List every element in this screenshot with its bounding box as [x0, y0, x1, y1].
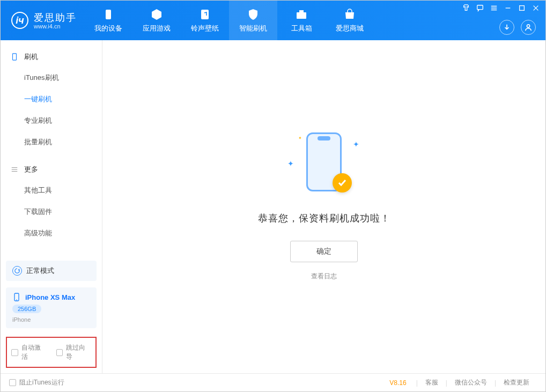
checkbox-auto-activate[interactable]: 自动激活: [11, 343, 47, 361]
menu-icon[interactable]: [490, 4, 498, 12]
main-nav: 我的设备 应用游戏 铃声壁纸 智能刷机 工具箱 爱思商城: [84, 1, 374, 40]
main-content: ✦ ✦ ✦ 恭喜您，保资料刷机成功啦！ 确定 查看日志: [102, 40, 545, 373]
sidebar-item-pro-flash[interactable]: 专业刷机: [1, 110, 102, 131]
svg-rect-0: [106, 10, 111, 19]
phone-icon: [10, 53, 19, 61]
sidebar-section-flash: 刷机: [1, 47, 102, 67]
store-icon: [343, 8, 357, 21]
refresh-icon: [12, 266, 22, 276]
nav-label: 铃声壁纸: [191, 24, 219, 33]
svg-point-9: [16, 299, 17, 300]
success-message: 恭喜您，保资料刷机成功啦！: [258, 212, 390, 225]
sparkle-icon: ✦: [353, 140, 359, 149]
app-name: 爱思助手: [34, 11, 77, 24]
cube-icon: [150, 8, 164, 21]
nav-label: 智能刷机: [239, 24, 267, 33]
minimize-button[interactable]: [504, 4, 512, 12]
svg-rect-2: [297, 12, 306, 19]
mode-label: 正常模式: [26, 266, 54, 276]
app-url: www.i4.cn: [34, 23, 77, 29]
skin-icon[interactable]: [462, 4, 470, 12]
sidebar-item-oneclick-flash[interactable]: 一键刷机: [1, 88, 102, 110]
device-type: iPhone: [12, 316, 90, 323]
sidebar-item-advanced[interactable]: 高级功能: [1, 223, 102, 244]
feedback-icon[interactable]: [476, 4, 484, 12]
window-controls: [462, 4, 540, 12]
sidebar-item-batch-flash[interactable]: 批量刷机: [1, 131, 102, 153]
nav-toolbox[interactable]: 工具箱: [277, 1, 326, 40]
nav-my-device[interactable]: 我的设备: [84, 1, 132, 40]
shield-icon: [246, 8, 260, 21]
footer-link-wechat[interactable]: 微信公众号: [447, 378, 495, 387]
checkbox-block-itunes[interactable]: 阻止iTunes运行: [9, 378, 64, 387]
user-button[interactable]: [521, 20, 536, 35]
nav-label: 工具箱: [291, 24, 312, 33]
toolbox-icon: [294, 8, 308, 21]
footer-link-service[interactable]: 客服: [418, 378, 446, 387]
title-bar: iч 爱思助手 www.i4.cn 我的设备 应用游戏 铃声壁纸 智能刷机 工具…: [1, 1, 545, 40]
view-log-link[interactable]: 查看日志: [311, 272, 337, 281]
footer-link-update[interactable]: 检查更新: [496, 378, 537, 387]
sparkle-icon: ✦: [298, 136, 302, 140]
check-badge-icon: [333, 173, 352, 193]
sidebar-item-other-tools[interactable]: 其他工具: [1, 180, 102, 201]
svg-rect-5: [520, 6, 525, 11]
nav-apps-games[interactable]: 应用游戏: [132, 1, 181, 40]
music-icon: [198, 8, 212, 21]
header-actions: [499, 20, 536, 35]
checkbox-icon: [9, 379, 16, 386]
flash-options-highlight: 自动激活 跳过向导: [6, 337, 97, 368]
checkbox-skip-guide[interactable]: 跳过向导: [56, 343, 92, 361]
capacity-badge: 256GB: [12, 305, 41, 313]
svg-point-6: [527, 25, 529, 27]
svg-rect-3: [299, 10, 304, 12]
checkbox-icon: [56, 349, 63, 356]
device-name: iPhone XS Max: [25, 293, 75, 301]
nav-label: 爱思商城: [336, 24, 364, 33]
sidebar-item-itunes-flash[interactable]: iTunes刷机: [1, 67, 102, 88]
nav-smart-flash[interactable]: 智能刷机: [229, 1, 277, 40]
section-title: 刷机: [24, 52, 38, 62]
maximize-button[interactable]: [518, 4, 526, 12]
logo-icon: iч: [11, 12, 28, 29]
svg-rect-4: [477, 5, 483, 10]
section-title: 更多: [24, 165, 38, 174]
checkbox-icon: [11, 349, 18, 356]
ok-button[interactable]: 确定: [290, 241, 358, 262]
version-label: V8.16: [389, 379, 406, 387]
status-bar: 阻止iTunes运行 V8.16 | 客服 | 微信公众号 | 检查更新: [1, 373, 545, 391]
device-icon: [12, 293, 21, 301]
nav-label: 应用游戏: [143, 24, 171, 33]
svg-rect-1: [201, 10, 209, 19]
sidebar-item-download-fw[interactable]: 下载固件: [1, 201, 102, 223]
download-button[interactable]: [499, 20, 514, 35]
success-illustration: ✦ ✦ ✦: [292, 132, 356, 197]
device-info-box[interactable]: iPhone XS Max 256GB iPhone: [6, 287, 97, 328]
device-mode-box[interactable]: 正常模式: [6, 261, 97, 281]
nav-store[interactable]: 爱思商城: [326, 1, 374, 40]
list-icon: [10, 165, 19, 174]
checkbox-label: 阻止iTunes运行: [19, 378, 64, 387]
sidebar: 刷机 iTunes刷机 一键刷机 专业刷机 批量刷机 更多 其他工具 下载固件 …: [1, 40, 102, 373]
sidebar-section-more: 更多: [1, 159, 102, 180]
app-logo: iч 爱思助手 www.i4.cn: [1, 11, 84, 29]
sparkle-icon: ✦: [287, 159, 294, 168]
checkbox-label: 自动激活: [21, 343, 47, 361]
nav-ringtones[interactable]: 铃声壁纸: [181, 1, 229, 40]
svg-rect-7: [13, 54, 17, 60]
close-button[interactable]: [532, 4, 540, 12]
nav-label: 我的设备: [94, 24, 122, 33]
device-icon: [101, 8, 115, 21]
checkbox-label: 跳过向导: [66, 343, 91, 361]
